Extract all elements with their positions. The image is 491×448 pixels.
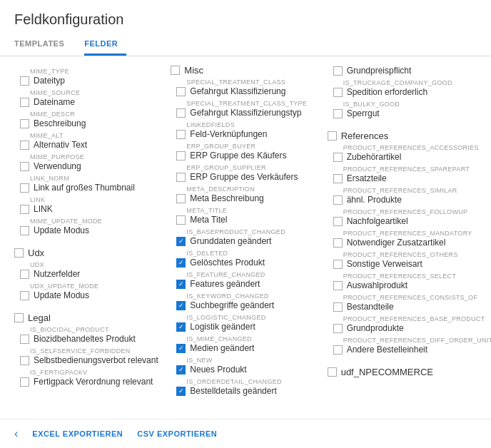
field-label-logistik-geandert: Logistik geändert [190,322,255,332]
tab-felder[interactable]: FELDER [84,34,126,56]
field-meta-is-deleted: IS_DELETED [171,250,320,257]
checkbox-suchbegriffe-geandert[interactable] [176,301,186,310]
field-group-notwendiger-zusatz: PRODUCT_REFERENCES_mandatory Notwendiger… [328,230,477,248]
checkbox-feld-verknuepfung[interactable] [176,130,186,139]
csv-export-button[interactable]: CSV EXPORTIEREN [137,427,217,441]
section-header-references: References [328,131,477,141]
field-row-gefahrgut-klass-type: Gefahrgut Klassifizierungstyp [171,107,320,118]
field-meta-meta-description: META_DESCRIPTION [171,185,320,193]
checkbox-biozid[interactable] [20,335,29,344]
section-top-fields: Grundpreispflicht IS_TRUCKAGE_COMPANY_GO… [328,65,477,119]
footer: ‹ EXCEL EXPORTIEREN CSV EXPORTIEREN [0,419,491,448]
field-row-aehnl-produkte: ähnl. Produkte [328,194,477,205]
tab-templates[interactable]: TEMPLATES [14,34,73,56]
back-button[interactable]: ‹ [14,427,18,440]
section-udx: Udx UDX Nutzerfelder UDX_UPDATE_MODE Upd… [14,248,163,301]
checkbox-link-thumb[interactable] [20,183,29,193]
checkbox-fertigpack[interactable] [20,377,29,387]
field-label-update-modus-1: Update Modus [34,225,89,235]
checkbox-beschreibung[interactable] [20,119,29,128]
checkbox-bestelldetails-geandert[interactable] [176,387,186,396]
checkbox-zubehoer[interactable] [333,153,343,162]
section-udf-npecommerce: udf_NPECOMMERCE [328,367,477,377]
checkbox-verwendung[interactable] [20,162,29,171]
checkbox-medien-geandert[interactable] [176,344,186,353]
checkbox-selbst[interactable] [20,356,29,365]
field-label-zubehoer: Zubehörartikel [347,152,402,162]
checkbox-spedition[interactable] [333,88,343,97]
excel-export-button[interactable]: EXCEL EXPORTIEREN [32,427,123,441]
field-meta-link: LINK [14,196,163,203]
checkbox-dateityp[interactable] [20,76,29,86]
field-meta-others: PRODUCT_REFERENCES_others [328,251,477,258]
field-row-nutzerfelder: Nutzerfelder [14,268,163,280]
field-meta-is-keyword-changed: IS_KEYWORD_CHANGED [171,292,320,300]
checkbox-grundprodukte[interactable] [333,324,343,333]
field-row-dateityp: Dateityp [14,75,163,86]
field-meta-diff-order-unit: PRODUCT_REFERENCES_diff_order_Unit [328,337,477,344]
field-group-gefahrgut-klass: SPECIAL_TREATMENT_CLASS Gefahrgut Klassi… [171,78,320,97]
checkbox-grunddaten-geandert[interactable] [176,237,186,246]
field-group-gefahrgut-klass-type: SPECIAL_TREATMENT_CLASS_TYPE Gefahrgut K… [171,100,320,118]
checkbox-link[interactable] [20,205,29,214]
checkbox-meta-beschreibung[interactable] [176,194,186,203]
field-meta-udx-update-mode: UDX_UPDATE_MODE [14,282,163,290]
field-label-selbst: Selbstbedienungsverbot relevant [34,355,158,365]
checkbox-auswahlprodukt[interactable] [333,281,343,290]
checkbox-bestandteile[interactable] [333,302,343,312]
checkbox-notwendiger-zusatz[interactable] [333,238,343,248]
checkbox-gefahrgut-klass[interactable] [176,87,186,96]
content-area: MIME_TYPE Dateityp MIME_SOURCE Dateiname… [0,56,491,420]
checkbox-andere-bestelleinheit[interactable] [333,345,343,355]
checkbox-udx-section[interactable] [14,248,24,258]
field-label-update-modus-udx: Update Modus [34,290,89,300]
checkbox-update-modus-udx[interactable] [20,291,29,300]
field-row-update-modus-1: Update Modus [14,225,163,236]
field-group-neues-produkt: IS_NEW Neues Produkt [171,357,320,375]
field-group-sonstige-verweisart: PRODUCT_REFERENCES_others Sonstige Verwe… [328,251,477,270]
checkbox-gefahrgut-klass-type[interactable] [176,108,186,118]
checkbox-neues-produkt[interactable] [176,365,186,375]
checkbox-sonstige-verweisart[interactable] [333,260,343,269]
checkbox-erp-buyer[interactable] [176,151,186,161]
checkbox-logistik-geandert[interactable] [176,322,186,332]
field-meta-mime-update-mode: MIME_UPDATE_MODE [14,218,163,225]
section-legal: Legal IS_BIOCIDAL_PRODUCT Biozidbehandel… [14,312,163,387]
field-label-biozid: Biozidbehandeltes Produkt [34,334,136,344]
checkbox-nutzerfelder[interactable] [20,270,29,279]
field-row-update-modus-udx: Update Modus [14,290,163,301]
field-meta-similar: PRODUCT_REFERENCES_similar [328,187,477,194]
checkbox-alternativ-text[interactable] [20,141,29,150]
checkbox-legal-section[interactable] [14,313,24,322]
checkbox-dateiname[interactable] [20,98,29,107]
checkbox-misc-section[interactable] [171,66,180,75]
field-row-zubehoer: Zubehörartikel [328,151,477,163]
checkbox-references-section[interactable] [328,131,337,141]
field-group-biozid: IS_BIOCIDAL_PRODUCT Biozidbehandeltes Pr… [14,326,163,345]
field-group-dateiname: MIME_SOURCE Dateiname [14,89,163,108]
section-title-misc: Misc [184,65,203,76]
field-label-meta-beschreibung: Meta Beschreibung [190,193,263,203]
section-misc-col1: MIME_TYPE Dateityp MIME_SOURCE Dateiname… [14,68,163,236]
field-meta-erp-group-supplier: ERP_GROUP_SUPPLIER [171,164,320,171]
checkbox-ersatzteile[interactable] [333,174,343,183]
checkbox-grundpreispflicht[interactable] [333,66,343,76]
field-group-dateityp: MIME_TYPE Dateityp [14,68,163,86]
field-meta-erp-group-buyer: ERP_GROUP_BUYER [171,143,320,150]
field-group-grundprodukte: PRODUCT_REFERENCES_base_product Grundpro… [328,315,477,334]
checkbox-features-geandert[interactable] [176,280,186,289]
field-row-meta-titel: Meta Titel [171,214,320,225]
checkbox-aehnl-produkte[interactable] [333,195,343,205]
checkbox-erp-supplier[interactable] [176,173,186,182]
checkbox-geloschtes-produkt[interactable] [176,258,186,268]
field-group-bestelldetails-geandert: IS_ORDERDETAIL_CHANGED Bestelldetails ge… [171,378,320,397]
field-label-ersatzteile: Ersatzteile [347,173,387,183]
field-meta-is-orderdetail-changed: IS_ORDERDETAIL_CHANGED [171,378,320,385]
checkbox-meta-titel[interactable] [176,215,186,225]
checkbox-update-modus-1[interactable] [20,226,29,235]
checkbox-udf-npecommerce-section[interactable] [328,367,337,377]
section-title-legal: Legal [28,312,51,323]
field-group-link-thumb: LINK_NORM Link auf großes Thumbnail [14,175,163,193]
checkbox-nachfolgeartikel[interactable] [333,217,343,226]
checkbox-sperrgut[interactable] [333,109,343,118]
